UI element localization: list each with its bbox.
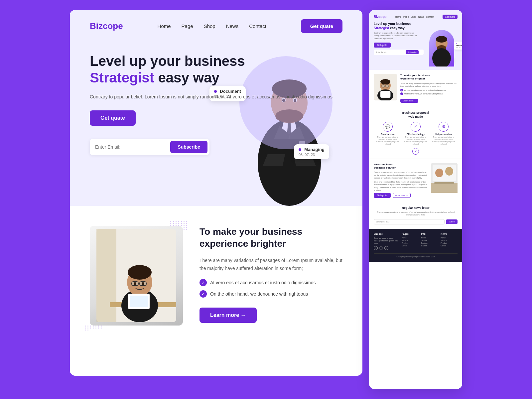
- footer-info-col: Info: Home Service Product Career: [421, 233, 438, 250]
- svg-point-24: [142, 282, 144, 285]
- footer-page-product[interactable]: Product: [402, 242, 419, 244]
- hero-cta-button[interactable]: Get quate: [90, 110, 136, 126]
- mini-nav-home[interactable]: Home: [395, 16, 401, 18]
- check-list: ✓ At vero eos et accusamus et iusto odio…: [200, 279, 342, 298]
- svg-rect-43: [431, 183, 458, 193]
- footer-page-career[interactable]: Career: [402, 245, 419, 247]
- subscribe-button[interactable]: Subscribe: [170, 141, 207, 153]
- nav-shop[interactable]: Shop: [204, 23, 215, 29]
- mini-section2-svg: [374, 74, 397, 100]
- mini-newsletter-body: There are many variations of passages of…: [374, 211, 458, 216]
- mini-email-form: Subscribe: [374, 50, 424, 55]
- mini-welcome-section: Welcome to our business solution There a…: [369, 159, 462, 202]
- service-icon-1: 💬: [383, 122, 393, 132]
- mini-nav-shop[interactable]: Shop: [411, 16, 416, 18]
- mini-section2-body: There are many variations of passages of…: [400, 82, 458, 88]
- footer-page-home[interactable]: Home: [402, 237, 419, 239]
- service-icon-2: ✓: [411, 122, 421, 132]
- check-icon-2: ✓: [200, 290, 207, 298]
- mini-nav-cta[interactable]: Get quate: [443, 15, 458, 19]
- mini-section2-image: [374, 74, 397, 100]
- mini-welcome-learn-more-btn[interactable]: Learn more →: [393, 193, 411, 198]
- main-website-card: Bizcope Home Page Shop News Contact Get …: [70, 10, 362, 376]
- footer-info-career[interactable]: Career: [421, 245, 438, 247]
- mini-hero-section: Bizcope Home Page Shop News Contact Get …: [369, 10, 462, 70]
- mini-get-quote-btn[interactable]: Get quote: [374, 193, 391, 198]
- mini-navigation: Bizcope Home Page Shop News Contact Get …: [374, 15, 458, 19]
- mini-check-icon-1: ✓: [400, 89, 403, 91]
- section2-person-svg: [96, 229, 176, 322]
- mini-hero-text: Level up your business Strategist easy w…: [374, 22, 458, 55]
- footer-brand-col: Bizcope If you are going to use a passag…: [374, 233, 399, 250]
- hero-text: Level up your business Strategist easy w…: [90, 46, 342, 155]
- mini-service-2: ✓ Effective strategy There are many vari…: [404, 122, 427, 145]
- service-title-3: Unique solution: [432, 133, 455, 135]
- nav-news[interactable]: News: [226, 23, 239, 29]
- mini-newsletter-input[interactable]: [374, 219, 445, 224]
- footer-copyright: Copyright @Bizcope | All right reserved …: [374, 253, 458, 258]
- section-brighter: To make your business experience brighte…: [70, 206, 362, 345]
- footer-info-home[interactable]: Home: [421, 237, 438, 239]
- mini-email-input[interactable]: [376, 51, 406, 53]
- email-subscribe-form: Subscribe: [90, 139, 209, 155]
- mini-check-item-1: ✓ At vero eos et accusamus et iusto odio…: [400, 89, 458, 91]
- mini-hero-subtitle: Contrary to popular belief, Lorem Ipsum …: [374, 32, 417, 40]
- mini-welcome-buttons: Get quote Learn more →: [374, 193, 428, 198]
- navigation: Bizcope Home Page Shop News Contact Get …: [90, 10, 342, 46]
- nav-links: Home Page Shop News Contact: [158, 23, 266, 29]
- svg-rect-44: [434, 182, 454, 184]
- social-icon-instagram[interactable]: i: [384, 246, 388, 250]
- svg-point-34: [380, 79, 390, 84]
- nav-home[interactable]: Home: [158, 23, 171, 29]
- nav-contact[interactable]: Contact: [249, 23, 266, 29]
- mini-services: 💬 Great service There are many variation…: [374, 122, 458, 145]
- section2-person: [90, 226, 183, 326]
- mini-section2-content: To make your business experience brighte…: [400, 74, 458, 103]
- mini-check-item-2: ✓ On the other hand, we denounce with ri…: [400, 92, 458, 95]
- mini-check-icon-2: ✓: [400, 92, 403, 95]
- mini-newsletter-section: Regular news letter There are many varia…: [369, 202, 462, 229]
- svg-point-19: [128, 265, 152, 280]
- mini-learn-more-btn[interactable]: Learn more →: [400, 99, 418, 103]
- footer-social: t f i: [374, 246, 399, 250]
- section2-title: To make your business experience brighte…: [200, 226, 342, 250]
- social-icon-twitter[interactable]: t: [374, 246, 378, 250]
- footer-news-career[interactable]: Career: [441, 245, 458, 247]
- nav-cta-button[interactable]: Get quate: [301, 19, 342, 33]
- mini-newsletter-title: Regular news letter: [374, 206, 458, 209]
- footer-news-service[interactable]: Service: [441, 239, 458, 241]
- footer-news-product[interactable]: Product: [441, 242, 458, 244]
- logo: Bizcope: [90, 21, 123, 31]
- footer-brand-desc: If you are going to use a passage of Lor…: [374, 237, 399, 245]
- nav-page[interactable]: Page: [182, 23, 193, 29]
- social-icon-facebook[interactable]: f: [379, 246, 383, 250]
- mini-hero-body: Level up your business Strategist easy w…: [374, 22, 458, 55]
- mini-hero-title: Level up your business Strategist easy w…: [374, 22, 420, 30]
- mini-welcome-title: Welcome to our business solution: [374, 163, 428, 170]
- mini-subscribe-btn[interactable]: Subscribe: [406, 50, 419, 54]
- footer-info-product[interactable]: Product: [421, 242, 438, 244]
- footer-brand-name: Bizcope: [374, 233, 399, 235]
- email-input[interactable]: [95, 144, 170, 150]
- hero-title-highlight: Strategist: [90, 70, 154, 85]
- mini-nav-page[interactable]: Page: [403, 16, 409, 18]
- section2-image-wrapper: [90, 226, 183, 326]
- mini-nav-contact[interactable]: Contact: [426, 16, 434, 18]
- section2-body: There are many variations of passages of…: [200, 257, 342, 273]
- section2-content: To make your business experience brighte…: [200, 226, 342, 323]
- mini-hero-cta[interactable]: Get quate: [374, 43, 391, 48]
- dots-bottom-left: [85, 326, 102, 331]
- footer-info-service[interactable]: Service: [421, 239, 438, 241]
- hero-title-line1: Level up your business: [90, 53, 245, 69]
- mini-nav-news[interactable]: News: [418, 16, 424, 18]
- footer-grid: Bizcope If you are going to use a passag…: [374, 233, 458, 250]
- footer-pages-col: Pages: Home Service Product Career: [402, 233, 419, 250]
- hero-subtitle: Contrary to popular belief, Lorem Ipsum …: [90, 93, 342, 100]
- svg-point-42: [445, 167, 453, 176]
- svg-point-41: [435, 169, 443, 177]
- footer-news-home[interactable]: Home: [441, 237, 458, 239]
- footer-page-service[interactable]: Service: [402, 239, 419, 241]
- learn-more-button[interactable]: Learn more →: [200, 308, 257, 323]
- mini-welcome-image: [431, 163, 458, 193]
- mini-newsletter-submit[interactable]: Submit: [446, 219, 458, 224]
